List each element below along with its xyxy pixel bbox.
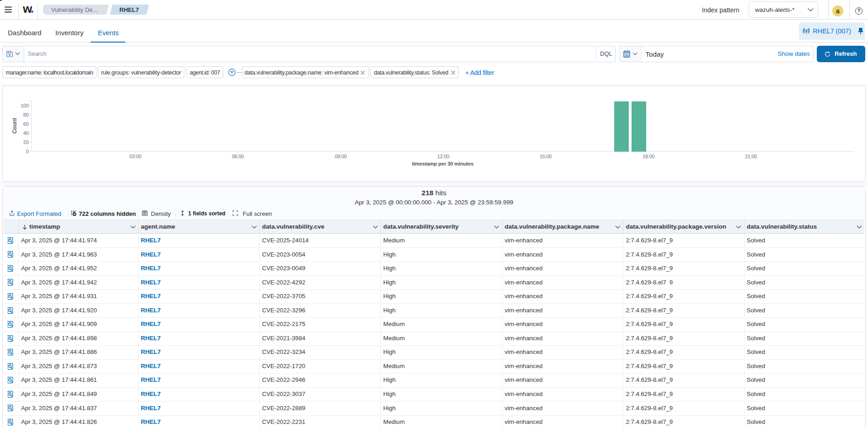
svg-text:Count: Count bbox=[11, 118, 18, 134]
svg-text:100: 100 bbox=[21, 103, 29, 108]
svg-text:80: 80 bbox=[23, 112, 29, 118]
svg-text:15:00: 15:00 bbox=[540, 154, 552, 159]
svg-text:12:00: 12:00 bbox=[437, 154, 449, 159]
svg-text:06:00: 06:00 bbox=[232, 154, 244, 159]
svg-text:20: 20 bbox=[23, 139, 29, 145]
svg-text:03:00: 03:00 bbox=[129, 154, 141, 159]
svg-text:18:00: 18:00 bbox=[643, 154, 654, 159]
svg-text:timestamp per 30 minutes: timestamp per 30 minutes bbox=[412, 161, 474, 166]
svg-text:09:00: 09:00 bbox=[335, 154, 347, 159]
svg-text:21:00: 21:00 bbox=[745, 154, 757, 159]
svg-text:60: 60 bbox=[23, 121, 29, 127]
svg-text:40: 40 bbox=[23, 130, 29, 136]
svg-text:0: 0 bbox=[26, 149, 29, 154]
